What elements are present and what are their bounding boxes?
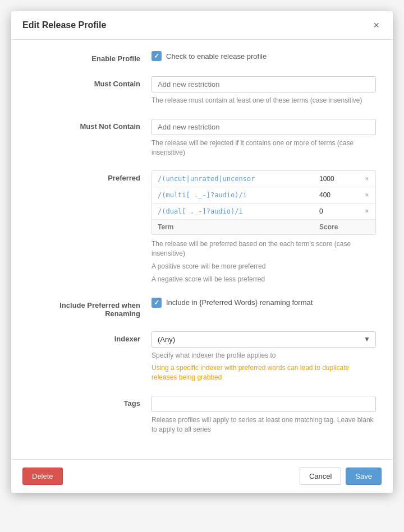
preferred-term-1: /(uncut|unrated|uncensor <box>152 171 314 187</box>
preferred-term-3: /(dual[ ._-]?audio)/i <box>152 203 314 219</box>
preferred-score-1: 1000 <box>314 171 359 187</box>
checkmark-icon: ✓ <box>154 53 159 59</box>
must-not-contain-input[interactable] <box>152 119 376 135</box>
enable-profile-label: Enable Profile <box>28 51 152 63</box>
modal-title: Edit Release Profile <box>22 20 106 30</box>
cancel-button[interactable]: Cancel <box>300 468 341 485</box>
must-not-contain-label: Must Not Contain <box>28 119 152 131</box>
include-preferred-label: Include Preferred when Renaming <box>28 298 152 318</box>
enable-profile-checkbox-row: ✓ Check to enable release profile <box>152 51 376 61</box>
indexer-content: (Any) ▼ Specify what indexer the profile… <box>152 331 376 382</box>
indexer-row: Indexer (Any) ▼ Specify what indexer the… <box>28 331 376 382</box>
preferred-item-3: /(dual[ ._-]?audio)/i 0 × <box>152 203 375 220</box>
indexer-hint2-warning: Using a specific indexer with preferred … <box>152 363 376 382</box>
indexer-hint1: Specify what indexer the profile applies… <box>152 351 376 360</box>
indexer-label: Indexer <box>28 331 152 343</box>
include-preferred-content: ✓ Include in {Preferred Words} renaming … <box>152 298 376 308</box>
col-header-score: Score <box>314 220 359 234</box>
preferred-item-1: /(uncut|unrated|uncensor 1000 × <box>152 171 375 187</box>
tags-row: Tags Release profiles will apply to seri… <box>28 396 376 434</box>
must-contain-content: The release must contain at least one of… <box>152 76 376 105</box>
must-not-contain-hint: The release will be rejected if it conta… <box>152 138 376 158</box>
save-button[interactable]: Save <box>346 468 382 485</box>
indexer-select[interactable]: (Any) <box>152 331 376 348</box>
preferred-header-row: Term Score <box>152 220 375 234</box>
preferred-content: /(uncut|unrated|uncensor 1000 × /(multi[… <box>152 170 376 284</box>
must-contain-input[interactable] <box>152 76 376 92</box>
preferred-item-2: /(multi[ ._-]?audio)/i 400 × <box>152 187 375 203</box>
preferred-remove-2[interactable]: × <box>359 187 375 203</box>
indexer-select-wrapper: (Any) ▼ <box>152 331 376 348</box>
must-contain-label: Must Contain <box>28 76 152 88</box>
edit-release-profile-modal: Edit Release Profile × Enable Profile ✓ … <box>11 11 393 493</box>
preferred-hint2: A positive score will be more preferred <box>152 262 376 271</box>
preferred-row: Preferred /(uncut|unrated|uncensor 1000 … <box>28 170 376 284</box>
include-preferred-checkmark-icon: ✓ <box>154 299 159 306</box>
preferred-remove-3[interactable]: × <box>359 203 375 219</box>
modal-header: Edit Release Profile × <box>11 11 393 40</box>
must-contain-row: Must Contain The release must contain at… <box>28 76 376 105</box>
preferred-table: /(uncut|unrated|uncensor 1000 × /(multi[… <box>152 170 376 235</box>
enable-profile-content: ✓ Check to enable release profile <box>152 51 376 61</box>
preferred-hint3: A negative score will be less preferred <box>152 275 376 284</box>
tags-label: Tags <box>28 396 152 408</box>
modal-footer: Delete Cancel Save <box>11 459 393 493</box>
preferred-score-2: 400 <box>314 187 359 203</box>
preferred-term-2: /(multi[ ._-]?audio)/i <box>152 187 314 203</box>
preferred-score-3: 0 <box>314 203 359 219</box>
include-preferred-checkbox-row: ✓ Include in {Preferred Words} renaming … <box>152 298 376 308</box>
modal-body: Enable Profile ✓ Check to enable release… <box>11 40 393 459</box>
must-not-contain-row: Must Not Contain The release will be rej… <box>28 119 376 158</box>
enable-profile-checkbox[interactable]: ✓ <box>152 51 162 61</box>
include-preferred-checkbox[interactable]: ✓ <box>152 298 162 308</box>
enable-profile-row: Enable Profile ✓ Check to enable release… <box>28 51 376 63</box>
preferred-label: Preferred <box>28 170 152 182</box>
preferred-remove-1[interactable]: × <box>359 171 375 187</box>
col-header-term: Term <box>152 220 314 234</box>
footer-right-buttons: Cancel Save <box>300 468 382 485</box>
must-contain-hint: The release must contain at least one of… <box>152 96 376 105</box>
close-button[interactable]: × <box>371 20 382 30</box>
tags-input[interactable] <box>152 396 376 412</box>
tags-content: Release profiles will apply to series at… <box>152 396 376 434</box>
enable-profile-hint: Check to enable release profile <box>166 52 267 61</box>
include-preferred-row: Include Preferred when Renaming ✓ Includ… <box>28 298 376 318</box>
include-preferred-hint: Include in {Preferred Words} renaming fo… <box>166 298 313 307</box>
preferred-hint1: The release will be preferred based on t… <box>152 239 376 258</box>
tags-hint: Release profiles will apply to series at… <box>152 415 376 434</box>
delete-button[interactable]: Delete <box>22 468 63 485</box>
must-not-contain-content: The release will be rejected if it conta… <box>152 119 376 158</box>
